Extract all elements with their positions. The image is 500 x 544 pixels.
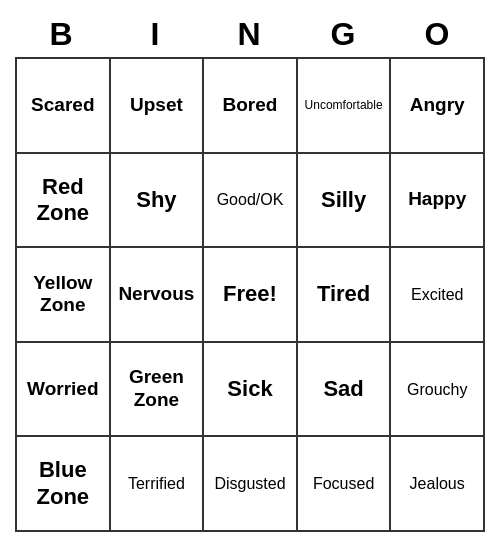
cell-r4-c3: Focused: [298, 437, 392, 532]
cell-text-r1-c2: Good/OK: [217, 190, 284, 209]
cell-text-r2-c4: Excited: [411, 285, 463, 304]
cell-text-r4-c2: Disgusted: [214, 474, 285, 493]
cell-r4-c1: Terrified: [111, 437, 205, 532]
header-letter-n: N: [203, 12, 297, 57]
cell-text-r3-c4: Grouchy: [407, 380, 467, 399]
cell-text-r0-c4: Angry: [410, 94, 465, 117]
cell-r2-c2: Free!: [204, 248, 298, 343]
cell-text-r2-c2: Free!: [223, 281, 277, 307]
cell-text-r3-c1: Green Zone: [115, 366, 199, 412]
cell-text-r0-c0: Scared: [31, 94, 94, 117]
cell-text-r3-c3: Sad: [323, 376, 363, 402]
cell-r0-c4: Angry: [391, 59, 485, 154]
cell-text-r2-c3: Tired: [317, 281, 370, 307]
cell-text-r4-c1: Terrified: [128, 474, 185, 493]
header-letter-o: O: [391, 12, 485, 57]
cell-text-r3-c0: Worried: [27, 378, 98, 401]
bingo-grid: ScaredUpsetBoredUncomfortableAngryRed Zo…: [15, 57, 485, 532]
header-letter-b: B: [15, 12, 109, 57]
cell-r2-c0: Yellow Zone: [17, 248, 111, 343]
cell-text-r4-c0: Blue Zone: [21, 457, 105, 510]
cell-r2-c3: Tired: [298, 248, 392, 343]
cell-r0-c2: Bored: [204, 59, 298, 154]
cell-r0-c3: Uncomfortable: [298, 59, 392, 154]
cell-text-r2-c0: Yellow Zone: [21, 272, 105, 318]
cell-text-r4-c3: Focused: [313, 474, 374, 493]
cell-text-r0-c2: Bored: [223, 94, 278, 117]
cell-text-r3-c2: Sick: [227, 376, 272, 402]
cell-r1-c1: Shy: [111, 154, 205, 249]
cell-r3-c4: Grouchy: [391, 343, 485, 438]
cell-text-r1-c0: Red Zone: [21, 174, 105, 227]
cell-r3-c0: Worried: [17, 343, 111, 438]
cell-r3-c3: Sad: [298, 343, 392, 438]
cell-r4-c0: Blue Zone: [17, 437, 111, 532]
header-letter-i: I: [109, 12, 203, 57]
cell-r0-c0: Scared: [17, 59, 111, 154]
cell-r4-c2: Disgusted: [204, 437, 298, 532]
bingo-card: BINGO ScaredUpsetBoredUncomfortableAngry…: [15, 12, 485, 532]
cell-r1-c0: Red Zone: [17, 154, 111, 249]
cell-r2-c1: Nervous: [111, 248, 205, 343]
cell-text-r1-c4: Happy: [408, 188, 466, 211]
cell-r1-c2: Good/OK: [204, 154, 298, 249]
cell-r4-c4: Jealous: [391, 437, 485, 532]
bingo-header: BINGO: [15, 12, 485, 57]
cell-r1-c3: Silly: [298, 154, 392, 249]
cell-text-r1-c3: Silly: [321, 187, 366, 213]
header-letter-g: G: [297, 12, 391, 57]
cell-text-r0-c3: Uncomfortable: [305, 98, 383, 112]
cell-r3-c1: Green Zone: [111, 343, 205, 438]
cell-r2-c4: Excited: [391, 248, 485, 343]
cell-r1-c4: Happy: [391, 154, 485, 249]
cell-r0-c1: Upset: [111, 59, 205, 154]
cell-text-r4-c4: Jealous: [410, 474, 465, 493]
cell-text-r1-c1: Shy: [136, 187, 176, 213]
cell-text-r0-c1: Upset: [130, 94, 183, 117]
cell-r3-c2: Sick: [204, 343, 298, 438]
cell-text-r2-c1: Nervous: [118, 283, 194, 306]
